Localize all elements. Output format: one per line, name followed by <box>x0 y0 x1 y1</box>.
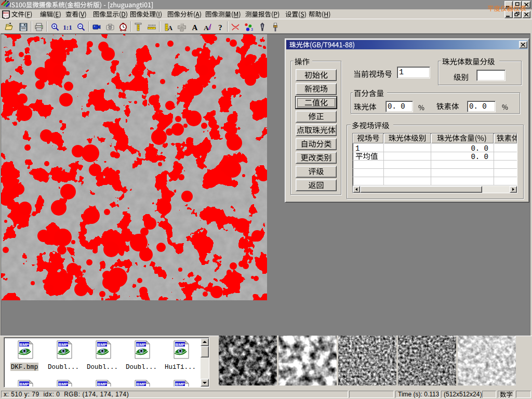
svg-text:A: A <box>204 24 209 32</box>
svg-text:A: A <box>168 24 172 32</box>
svg-text:Doubl...: Doubl... <box>48 364 79 371</box>
svg-text:3: 3 <box>251 28 253 31</box>
svg-text:BMP: BMP <box>20 382 29 387</box>
svg-text:HuiTi...: HuiTi... <box>165 364 196 371</box>
svg-text:A: A <box>192 23 198 32</box>
svg-text:Doubl...: Doubl... <box>126 364 157 371</box>
svg-text:BMP: BMP <box>137 382 146 387</box>
svg-text:BMP: BMP <box>98 382 107 387</box>
svg-text:BMP: BMP <box>20 342 29 347</box>
svg-text:BMP: BMP <box>59 382 68 387</box>
svg-text:DKF.bmp: DKF.bmp <box>11 364 38 371</box>
svg-text:BMP: BMP <box>176 342 185 347</box>
svg-text:BMP: BMP <box>98 342 107 347</box>
svg-text:1:1: 1:1 <box>63 23 72 31</box>
svg-text:Doubl...: Doubl... <box>87 364 118 371</box>
svg-text:BMP: BMP <box>137 342 146 347</box>
svg-text:BMP: BMP <box>176 382 185 387</box>
svg-text:BMP: BMP <box>59 342 68 347</box>
svg-text:?: ? <box>218 23 222 32</box>
svg-text:DOC: DOC <box>3 11 9 15</box>
